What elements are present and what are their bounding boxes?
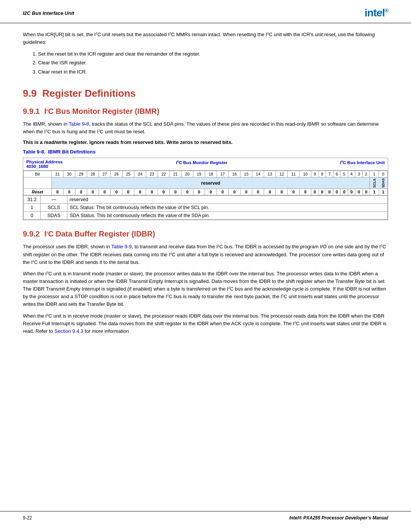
bit-def-row-scls: 1 SCLS SCL Status: This bit continuously… (24, 204, 388, 212)
list-item-1: Set the reset bit in the ICR register an… (38, 50, 388, 58)
section-991: 9.9.1 I2C Bus Monitor Register (IBMR) (23, 107, 388, 116)
section992-para1: The processor uses the IDBR, shown in Ta… (23, 243, 388, 266)
field-row: reserved SCLS SDAS (24, 177, 388, 189)
bit-def-table: 31:2 — reserved 1 SCLS SCL Status: This … (23, 195, 388, 220)
section-99-title: Register Definitions (42, 88, 136, 99)
bit-desc-sdas: SDA Status: This bit continuously reflec… (67, 212, 388, 220)
reset-row: Reset 0 0 0 0 0 0 0 0 0 0 0 0 0 (24, 189, 388, 195)
section-991-number: 9.9.1 (23, 107, 40, 116)
main-content: When the ICR[UR] bit is set, the I2C uni… (0, 31, 411, 335)
section-99-number: 9.9 (23, 88, 37, 99)
bit-name-scls: SCLS (41, 204, 67, 212)
register-name-section: I2C Bus Monitor Register (80, 160, 324, 165)
unit-name-section: I2C Bus Interface Unit (324, 160, 385, 165)
bit-num-scls: 1 (24, 204, 41, 212)
intel-logo: intel® (365, 7, 388, 19)
page: I2C Bus Interface Unit intel® When the I… (0, 0, 411, 532)
physical-address-label: Physical Address (26, 160, 80, 164)
header-title-text: I2C Bus Interface Unit (23, 10, 74, 16)
section-992-title: I2C Data Buffer Register (IDBR) (44, 230, 155, 238)
section-99: 9.9 Register Definitions (23, 88, 388, 99)
bit-desc-reserved: reserved (67, 196, 388, 204)
sdas-field: SDAS (379, 177, 387, 189)
footer-page-number: 9-22 (23, 515, 32, 521)
reg-table-wrapper: Physical Address 4030_1680 I2C Bus Monit… (23, 158, 388, 220)
bit-def-row-sdas: 0 SDAS SDA Status: This bit continuously… (24, 212, 388, 220)
section-991-title: I2C Bus Monitor Register (IBMR) (44, 107, 159, 116)
list-item-2: Clear the ISR register. (38, 58, 388, 67)
bit-grid-table: Bit 31 30 29 28 27 26 25 24 23 22 21 20 … (23, 171, 388, 195)
page-footer: 9-22 Intel® PXA255 Processor Developer’s… (0, 511, 411, 524)
unit-name: I2C Bus Interface Unit (324, 160, 385, 165)
physical-address-value: 4030_1680 (26, 164, 80, 169)
header-title: I2C Bus Interface Unit (23, 10, 74, 16)
section-9-4-3-link[interactable]: Section 9.4.3 (54, 328, 83, 334)
table-9-9-link[interactable]: Table 9-9 (111, 244, 131, 249)
bit-dash-reserved: — (41, 196, 67, 204)
intro-para1: When the ICR[UR] bit is set, the I2C uni… (23, 31, 388, 46)
table-9-8-link[interactable]: Table 9-8 (68, 121, 89, 127)
section992-para3: When the I2C unit is in receive mode (ma… (23, 312, 388, 335)
bit-num-reserved: 31:2 (24, 196, 41, 204)
page-header: I2C Bus Interface Unit intel® (0, 0, 411, 23)
section-992: 9.9.2 I2C Data Buffer Register (IDBR) (23, 230, 388, 238)
physical-address-section: Physical Address 4030_1680 (26, 160, 80, 169)
table-caption-text: Table 9-8. IBMR Bit Definitions (23, 149, 96, 155)
register-name: I2C Bus Monitor Register (80, 160, 324, 165)
reset-label: Reset (24, 189, 52, 195)
table-98-caption: Table 9-8. IBMR Bit Definitions (23, 149, 388, 155)
bit-name-sdas: SDAS (41, 212, 67, 220)
section-992-number: 9.9.2 (23, 230, 40, 238)
bit-num-sdas: 0 (24, 212, 41, 220)
bit-def-row-reserved: 31:2 — reserved (24, 196, 388, 204)
bit-col-header: Bit (24, 171, 52, 177)
reserved-field: reserved (51, 177, 370, 189)
list-item-3: Clear reset in the ICR. (38, 67, 388, 76)
guidelines-list: Set the reset bit in the ICR register an… (38, 50, 388, 76)
section992-para2: When the I2C unit is in transmit mode (m… (23, 270, 388, 308)
scls-field: SCLS (370, 177, 379, 189)
bit-number-row: Bit 31 30 29 28 27 26 25 24 23 22 21 20 … (24, 171, 388, 177)
section991-para1: The IBMR, shown in Table 9-8, tracks the… (23, 120, 388, 136)
rw-note: This is a read/write register. Ignore re… (23, 139, 388, 145)
footer-document-title: Intel® PXA255 Processor Developer’s Manu… (289, 515, 388, 521)
bit-desc-scls: SCL Status: This bit continuously reflec… (67, 204, 388, 212)
